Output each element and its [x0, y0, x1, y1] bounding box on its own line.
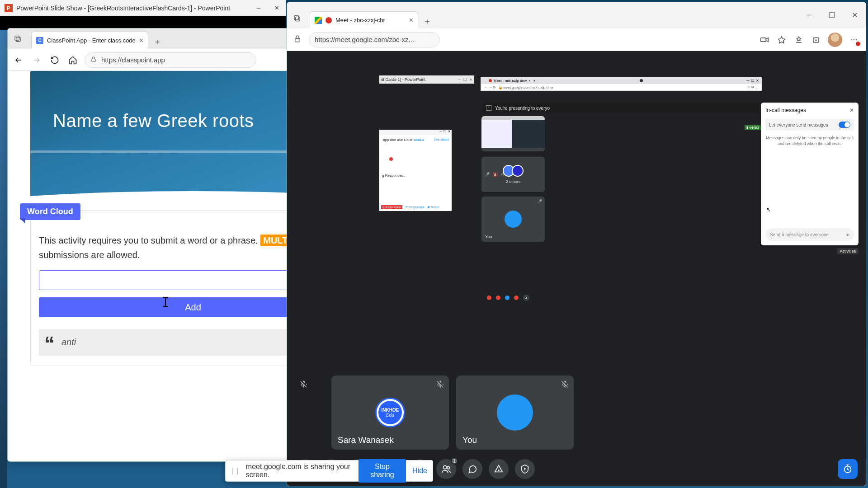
- url-input[interactable]: https://classpoint.app: [85, 52, 256, 68]
- meet-main: shCards-1] - PowerPoint ─☐✕ Meet - nak-u…: [287, 51, 866, 486]
- send-icon[interactable]: ➤: [846, 232, 849, 237]
- new-tab-button-right[interactable]: ＋: [420, 14, 434, 28]
- svg-rect-1: [16, 37, 20, 41]
- slide-question: Name a few Greek roots: [53, 111, 254, 131]
- back-button[interactable]: [12, 54, 25, 66]
- svg-rect-0: [15, 36, 19, 40]
- edge-right-titlebar: Meet - zbc-xzxj-cbr × ＋ ─ ☐ ✕: [287, 2, 866, 28]
- powerpoint-icon: P: [5, 4, 13, 12]
- in-call-messages-panel: In-call messages ✕ Let everyone send mes…: [761, 103, 859, 245]
- ppt-close-button[interactable]: ✕: [268, 0, 286, 16]
- tile-you[interactable]: You: [456, 375, 574, 450]
- mic-off-icon: 🎤̸: [537, 199, 542, 204]
- ppt-window-controls: ─ ✕: [250, 0, 286, 16]
- mini-tile-you: 🎤̸ You: [481, 197, 545, 242]
- chat-note: Messages can only be seen by people in t…: [765, 135, 854, 146]
- chat-input[interactable]: Send a message to everyone ➤: [765, 228, 854, 241]
- svg-point-18: [498, 470, 499, 471]
- mini-classpoint-panel: ─☐✕ .app and use Code 44463 Live status …: [379, 130, 452, 211]
- mic-off-icon: [436, 380, 444, 390]
- tab-classpoint[interactable]: C ClassPoint App - Enter class code ×: [31, 32, 148, 49]
- chat-close-button[interactable]: ✕: [849, 107, 854, 113]
- chat-title: In-call messages: [765, 107, 806, 113]
- svg-rect-2: [92, 59, 95, 61]
- svg-rect-5: [296, 17, 300, 21]
- edge-window-meet: Meet - zbc-xzxj-cbr × ＋ ─ ☐ ✕ https://me…: [287, 2, 866, 486]
- tab-title: ClassPoint App - Enter class code: [47, 37, 136, 44]
- text-cursor-icon: [165, 297, 166, 307]
- edge-right-minimize-button[interactable]: ─: [798, 6, 821, 24]
- mini-chrome: Meet - nak-uzfp-dnw ×＋ ─☐✕ ← → ⟳ 🔒 meet.…: [481, 77, 762, 92]
- mic-off-icon: 🎤̸: [484, 172, 490, 177]
- site-info-icon[interactable]: [293, 35, 302, 45]
- screen-share-banner: || meet.google.com is sharing your scree…: [225, 460, 433, 482]
- tab-close-button[interactable]: ×: [139, 37, 143, 45]
- lock-icon: [90, 56, 97, 64]
- profile-avatar-right[interactable]: [828, 33, 842, 47]
- vol-off-icon: 🔇: [492, 172, 498, 177]
- favorite-star-icon-right[interactable]: [776, 34, 787, 45]
- chat-toggle-label: Let everyone send messages: [769, 122, 828, 127]
- tile-placeholder: [295, 375, 324, 450]
- tab-meet-title: Meet - zbc-xzxj-cbr: [335, 17, 406, 23]
- mini-meet-bar: 4: [487, 295, 757, 300]
- edge-right-maximize-button[interactable]: ☐: [821, 6, 843, 24]
- edge-right-close-button[interactable]: ✕: [843, 6, 866, 24]
- recording-indicator-icon: [326, 17, 332, 23]
- mini-ppt-bar: shCards-1] - PowerPoint ─☐✕: [379, 75, 474, 84]
- mouse-cursor-icon: ↖: [766, 206, 771, 213]
- mini-tile-presentation: [481, 116, 545, 151]
- url-text-right: https://meet.google.com/zbc-xz...: [315, 36, 414, 43]
- svg-rect-4: [294, 16, 298, 20]
- host-controls-button[interactable]: [515, 459, 535, 479]
- sara-avatar: INKHOE Edu: [375, 398, 405, 427]
- activities-button[interactable]: [489, 459, 509, 479]
- tile-sara-name: Sara Wanasek: [338, 435, 394, 445]
- ppt-minimize-button[interactable]: ─: [250, 0, 268, 16]
- presenting-banner: ↑ You're presenting to everyo: [482, 103, 759, 113]
- timer-button[interactable]: [838, 459, 858, 479]
- powerpoint-titlebar: P PowerPoint Slide Show - [GreekRootsInt…: [0, 0, 286, 16]
- tab-actions-button-right[interactable]: [288, 9, 306, 27]
- mic-off-icon: [300, 380, 308, 390]
- forward-button[interactable]: [30, 54, 43, 66]
- url-input-right[interactable]: https://meet.google.com/zbc-xz...: [309, 32, 440, 47]
- hide-banner-button[interactable]: Hide: [412, 467, 427, 475]
- tile-you-name: You: [462, 435, 477, 445]
- favorites-list-icon-right[interactable]: [793, 34, 804, 45]
- mic-off-icon: [561, 380, 569, 390]
- chat-toggle[interactable]: [839, 122, 850, 128]
- url-text: https://classpoint.app: [101, 56, 165, 64]
- tile-sara[interactable]: INKHOE Edu Sara Wanasek: [331, 375, 449, 450]
- svg-point-19: [524, 468, 525, 469]
- meet-favicon-icon: [315, 17, 322, 24]
- mini-tile-others: 🎤̸ 🔇 ⊖ 2 others: [481, 157, 545, 192]
- svg-point-16: [443, 466, 447, 469]
- word-cloud-badge: Word Cloud: [20, 203, 80, 220]
- home-button[interactable]: [66, 54, 79, 66]
- desktop-edge-strip: [0, 30, 7, 488]
- edge-right-addressbar: https://meet.google.com/zbc-xz... ⋯: [287, 28, 866, 51]
- share-banner-text: meet.google.com is sharing your screen.: [246, 463, 352, 479]
- more-menu-button-right[interactable]: ⋯: [849, 34, 859, 45]
- camera-permission-icon[interactable]: [759, 34, 770, 45]
- people-badge: 1: [451, 457, 458, 465]
- pause-icon: ||: [231, 467, 240, 474]
- mini-participant-tiles: 🎤̸ 🔇 ⊖ 2 others 🎤̸ You: [481, 116, 760, 298]
- new-tab-button[interactable]: ＋: [150, 34, 165, 49]
- refresh-button[interactable]: [48, 54, 61, 66]
- chat-button[interactable]: [462, 459, 482, 479]
- tab-actions-button[interactable]: [9, 29, 27, 47]
- participant-tiles: INKHOE Edu Sara Wanasek You: [295, 375, 861, 450]
- you-avatar: [497, 394, 533, 431]
- stop-sharing-button[interactable]: Stop sharing: [359, 459, 406, 483]
- collections-icon-right[interactable]: [811, 34, 821, 45]
- powerpoint-title: PowerPoint Slide Show - [GreekRootsInter…: [16, 5, 230, 12]
- shared-screen-preview: shCards-1] - PowerPoint ─☐✕ Meet - nak-u…: [379, 75, 861, 303]
- people-button[interactable]: 1: [436, 459, 456, 479]
- classpoint-favicon-icon: C: [36, 37, 43, 44]
- tab-meet[interactable]: Meet - zbc-xzxj-cbr ×: [310, 11, 418, 28]
- activities-tooltip: Activities: [837, 248, 859, 254]
- tab-meet-close-button[interactable]: ×: [409, 16, 413, 24]
- svg-rect-7: [761, 38, 766, 41]
